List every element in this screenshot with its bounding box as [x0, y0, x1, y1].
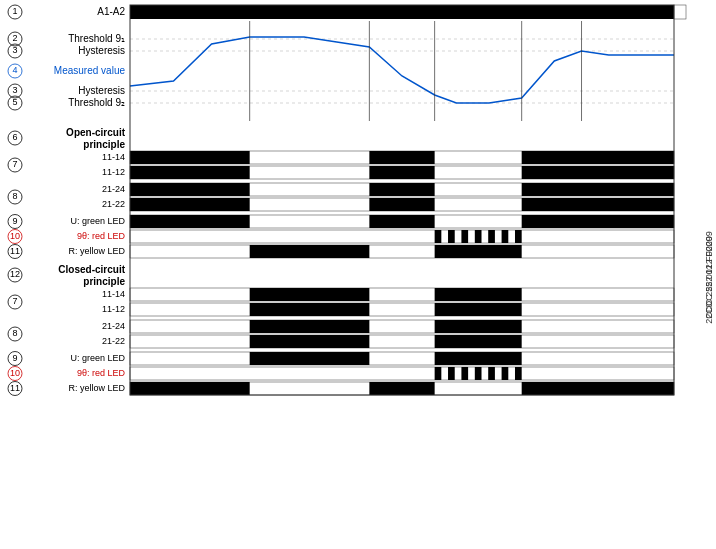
main-container: 2CDC 252 012 F0209: [0, 0, 716, 549]
side-label: 2CDC 252 012 F0209: [704, 231, 714, 319]
diagram-canvas: [0, 0, 716, 549]
